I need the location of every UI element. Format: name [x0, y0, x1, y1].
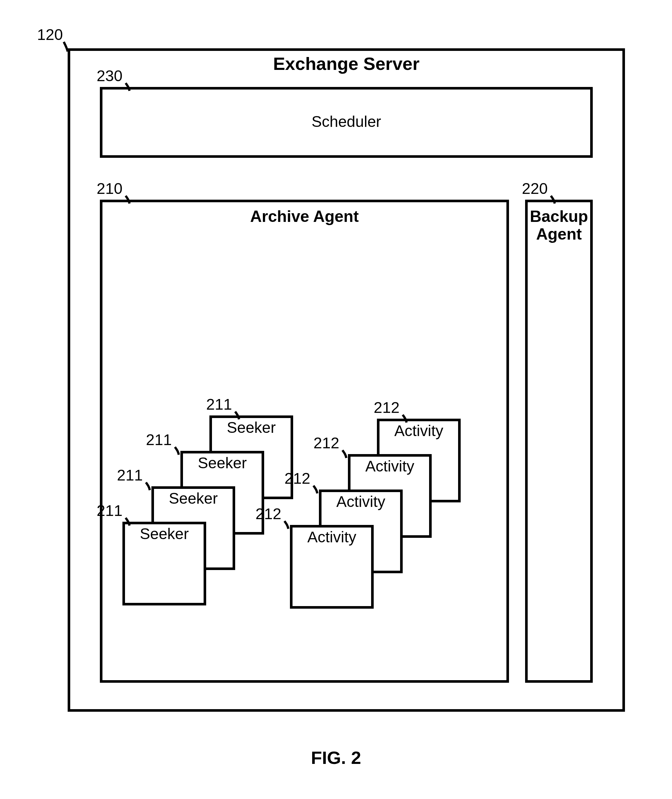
- ref-230: 230: [97, 67, 122, 85]
- backup-agent-title: Backup Agent: [525, 208, 593, 243]
- ref-220: 220: [522, 180, 548, 197]
- backup-agent-title-text: Backup Agent: [530, 208, 588, 243]
- ref-212-4: 212: [374, 399, 400, 416]
- ref-212-1: 212: [256, 505, 281, 523]
- exchange-server-title: Exchange Server: [68, 53, 625, 74]
- activity-label-3: Activity: [348, 457, 432, 475]
- ref-120: 120: [37, 26, 63, 43]
- ref-211-1: 211: [97, 502, 122, 519]
- archive-agent-title: Archive Agent: [100, 208, 509, 225]
- seeker-label-2: Seeker: [151, 489, 235, 507]
- activity-label-2: Activity: [319, 493, 403, 510]
- activity-label-4: Activity: [377, 422, 461, 439]
- ref-210: 210: [97, 180, 122, 197]
- seeker-label-4: Seeker: [210, 419, 293, 436]
- ref-212-3: 212: [314, 434, 339, 452]
- ref-212-2: 212: [285, 470, 310, 487]
- seeker-label-1: Seeker: [122, 525, 206, 543]
- seeker-label-3: Seeker: [181, 454, 264, 472]
- ref-211-2: 211: [117, 466, 143, 484]
- ref-211-4: 211: [206, 395, 232, 413]
- ref-211-3: 211: [146, 431, 172, 449]
- figure-label: FIG. 2: [0, 747, 672, 768]
- diagram-canvas: 120 Exchange Server 230 Scheduler 210 Ar…: [0, 0, 672, 799]
- activity-label-1: Activity: [290, 528, 374, 546]
- scheduler-title: Scheduler: [100, 113, 593, 130]
- backup-agent-box: [525, 200, 593, 683]
